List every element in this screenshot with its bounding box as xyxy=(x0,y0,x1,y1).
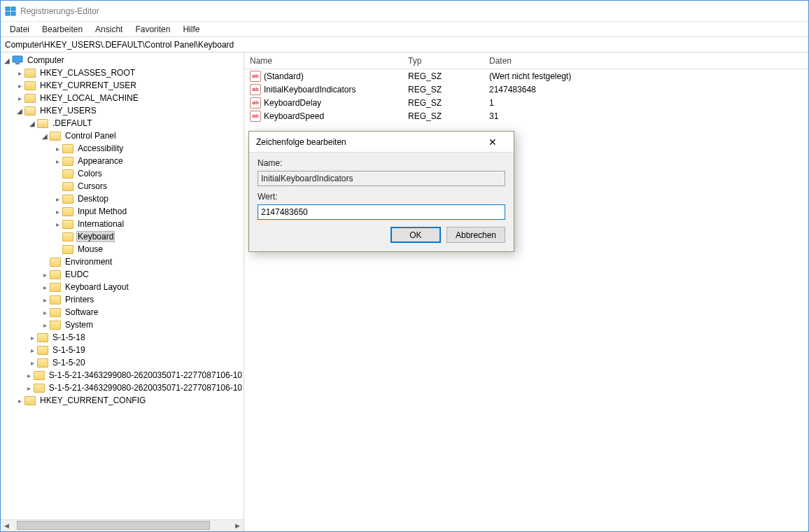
chevron-right-icon[interactable]: ▸ xyxy=(40,270,50,279)
chevron-right-icon[interactable]: ▸ xyxy=(40,320,50,330)
tree-item-hkcc[interactable]: ▸ HKEY_CURRENT_CONFIG xyxy=(1,394,244,407)
tree-horizontal-scrollbar[interactable]: ◀ ▶ xyxy=(1,519,244,531)
chevron-right-icon[interactable]: ▸ xyxy=(15,396,24,405)
chevron-right-icon[interactable]: ▸ xyxy=(24,370,34,380)
dialog-title: Zeichenfolge bearbeiten xyxy=(256,137,346,147)
tree-item-default[interactable]: ◢ .DEFAULT xyxy=(1,117,244,130)
tree-item-environment[interactable]: ▸ Environment xyxy=(1,255,244,268)
tree-item-mouse[interactable]: ▸ Mouse xyxy=(1,243,244,255)
tree-item-hklm[interactable]: ▸ HKEY_LOCAL_MACHINE xyxy=(1,92,244,104)
chevron-down-icon[interactable]: ◢ xyxy=(40,131,50,141)
tree-item-printers[interactable]: ▸ Printers xyxy=(1,293,244,306)
folder-open-icon xyxy=(24,105,36,116)
menu-file[interactable]: Datei xyxy=(3,23,36,36)
tree-label: HKEY_CLASSES_ROOT xyxy=(38,68,136,78)
chevron-right-icon[interactable]: ▸ xyxy=(52,156,62,166)
dialog-value-field[interactable] xyxy=(258,204,505,220)
chevron-down-icon[interactable]: ◢ xyxy=(27,118,37,128)
folder-icon xyxy=(24,67,36,78)
scroll-right-icon[interactable]: ▶ xyxy=(232,520,244,531)
list-row[interactable]: abInitialKeyboardIndicatorsREG_SZ2147483… xyxy=(244,83,808,96)
tree-label: S-1-5-21-3463299080-2620035071-227708710… xyxy=(48,370,244,380)
value-type: REG_SZ xyxy=(408,111,442,121)
scroll-thumb[interactable] xyxy=(17,521,209,530)
chevron-right-icon[interactable]: ▸ xyxy=(52,206,62,216)
chevron-right-icon[interactable]: ▸ xyxy=(40,295,50,304)
tree-item-hkcr[interactable]: ▸ HKEY_CLASSES_ROOT xyxy=(1,66,244,79)
tree-label: Computer xyxy=(26,55,66,65)
menu-help[interactable]: Hilfe xyxy=(176,23,206,36)
tree-item-input-method[interactable]: ▸ Input Method xyxy=(1,205,244,218)
tree-item-sid-b[interactable]: ▸ S-1-5-21-3463299080-2620035071-2277087… xyxy=(1,382,244,394)
tree-item-accessibility[interactable]: ▸ Accessibility xyxy=(1,142,244,155)
tree-item-s1518[interactable]: ▸ S-1-5-18 xyxy=(1,331,244,344)
scroll-left-icon[interactable]: ◀ xyxy=(1,520,13,531)
tree-item-sid-a[interactable]: ▸ S-1-5-21-3463299080-2620035071-2277087… xyxy=(1,369,244,382)
close-button[interactable]: ✕ xyxy=(479,132,507,152)
list-row[interactable]: ab(Standard)REG_SZ(Wert nicht festgelegt… xyxy=(244,69,808,83)
menu-favorites[interactable]: Favoriten xyxy=(129,23,176,36)
tree-item-desktop[interactable]: ▸ Desktop xyxy=(1,192,244,205)
addressbar[interactable]: Computer\HKEY_USERS\.DEFAULT\Control Pan… xyxy=(1,37,808,52)
list-row[interactable]: abKeyboardSpeedREG_SZ31 xyxy=(244,109,808,122)
list-row[interactable]: abKeyboardDelayREG_SZ1 xyxy=(244,96,808,109)
folder-icon xyxy=(62,155,73,167)
folder-icon xyxy=(62,206,73,217)
tree-label: S-1-5-19 xyxy=(51,345,87,355)
tree-label: Desktop xyxy=(76,194,110,204)
menu-edit[interactable]: Bearbeiten xyxy=(36,23,89,36)
tree-item-eudc[interactable]: ▸ EUDC xyxy=(1,268,244,281)
string-value-icon: ab xyxy=(250,71,261,82)
chevron-right-icon[interactable]: ▸ xyxy=(40,282,50,292)
tree-item-s1519[interactable]: ▸ S-1-5-19 xyxy=(1,344,244,356)
folder-icon xyxy=(62,231,73,242)
tree-item-cursors[interactable]: ▸ Cursors xyxy=(1,180,244,192)
column-header-name[interactable]: Name xyxy=(244,56,402,66)
tree-label: Input Method xyxy=(76,206,128,216)
tree-item-international[interactable]: ▸ International xyxy=(1,218,244,230)
svg-rect-5 xyxy=(15,63,20,64)
tree-item-control-panel[interactable]: ◢ Control Panel xyxy=(1,130,244,142)
folder-open-icon xyxy=(37,118,48,129)
chevron-right-icon[interactable]: ▸ xyxy=(27,358,37,368)
folder-icon xyxy=(50,307,61,318)
column-header-data[interactable]: Daten xyxy=(484,56,808,66)
chevron-right-icon[interactable]: ▸ xyxy=(15,80,24,90)
tree-item-keyboard[interactable]: ▸ Keyboard xyxy=(1,230,244,243)
folder-icon xyxy=(50,269,61,280)
tree-label: Appearance xyxy=(76,156,125,166)
tree-item-colors[interactable]: ▸ Colors xyxy=(1,167,244,180)
chevron-right-icon[interactable]: ▸ xyxy=(52,219,62,229)
tree-item-appearance[interactable]: ▸ Appearance xyxy=(1,155,244,167)
folder-icon xyxy=(62,244,73,255)
ok-button[interactable]: OK xyxy=(391,227,441,243)
tree-item-computer[interactable]: ◢ Computer xyxy=(1,54,244,66)
tree-label: HKEY_USERS xyxy=(38,106,98,115)
tree-item-keyboard-layout[interactable]: ▸ Keyboard Layout xyxy=(1,281,244,293)
tree-item-hku[interactable]: ◢ HKEY_USERS xyxy=(1,104,244,117)
dialog-value-label: Wert: xyxy=(258,192,505,202)
chevron-right-icon[interactable]: ▸ xyxy=(27,345,37,355)
dialog-name-field[interactable] xyxy=(258,171,505,186)
scroll-track[interactable] xyxy=(13,520,232,531)
chevron-right-icon[interactable]: ▸ xyxy=(27,332,37,342)
menu-view[interactable]: Ansicht xyxy=(89,23,129,36)
chevron-right-icon[interactable]: ▸ xyxy=(24,383,34,393)
cancel-button[interactable]: Abbrechen xyxy=(446,227,505,243)
string-value-icon: ab xyxy=(250,84,261,95)
chevron-right-icon[interactable]: ▸ xyxy=(15,68,24,78)
chevron-right-icon[interactable]: ▸ xyxy=(52,194,62,204)
column-header-type[interactable]: Typ xyxy=(402,56,484,66)
tree-item-s1520[interactable]: ▸ S-1-5-20 xyxy=(1,356,244,369)
chevron-right-icon[interactable]: ▸ xyxy=(52,144,62,153)
chevron-right-icon[interactable]: ▸ xyxy=(15,93,24,103)
value-name: KeyboardSpeed xyxy=(264,111,324,121)
tree-item-system[interactable]: ▸ System xyxy=(1,318,244,331)
chevron-down-icon[interactable]: ◢ xyxy=(2,55,12,65)
tree-item-hkcu[interactable]: ▸ HKEY_CURRENT_USER xyxy=(1,79,244,92)
chevron-right-icon[interactable]: ▸ xyxy=(40,307,50,317)
chevron-down-icon[interactable]: ◢ xyxy=(15,106,24,115)
svg-rect-2 xyxy=(6,12,10,15)
tree-label: HKEY_CURRENT_CONFIG xyxy=(38,396,147,405)
tree-item-software[interactable]: ▸ Software xyxy=(1,306,244,318)
